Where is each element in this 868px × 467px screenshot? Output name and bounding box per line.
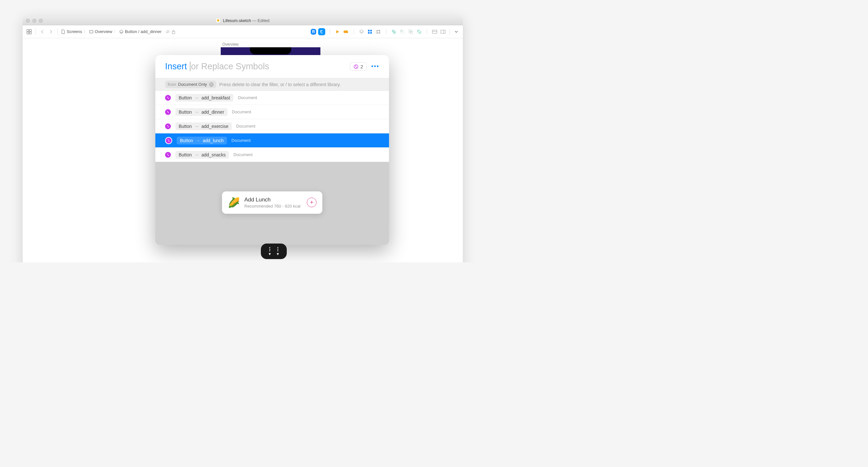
filter-bar: from Document Only ✕ Press delete to cle… bbox=[155, 78, 389, 91]
result-source: Document bbox=[234, 152, 252, 157]
view-list-icon[interactable] bbox=[431, 29, 438, 35]
result-source: Document bbox=[236, 124, 255, 128]
undo-icon[interactable] bbox=[318, 28, 325, 35]
play-icon[interactable] bbox=[334, 29, 341, 35]
svg-rect-4 bbox=[90, 30, 93, 33]
artboard-icon bbox=[89, 29, 94, 34]
dock-arrow-down-icon: ▼ bbox=[268, 247, 272, 256]
svg-rect-18 bbox=[402, 31, 404, 34]
result-group: Button bbox=[179, 124, 192, 129]
intersect-icon[interactable] bbox=[407, 29, 414, 35]
breadcrumb-item[interactable]: Button / add_dinner bbox=[125, 29, 161, 34]
corn-icon: 🌽 bbox=[228, 197, 240, 208]
page-icon bbox=[61, 29, 65, 34]
union-icon[interactable] bbox=[391, 29, 397, 35]
layers-icon[interactable] bbox=[358, 29, 365, 35]
artboard-tool-icon[interactable] bbox=[375, 29, 381, 35]
view-panels-icon[interactable] bbox=[440, 29, 446, 35]
preview-subtitle: Recommended 760 - 920 kcal bbox=[244, 204, 302, 209]
runner-r-icon[interactable]: R bbox=[311, 29, 316, 35]
phone-notch bbox=[250, 47, 291, 54]
dock-arrow-down-icon: ▼ bbox=[276, 247, 280, 256]
dock-pill[interactable]: ▼ ▼ bbox=[261, 243, 287, 259]
nav-forward-button[interactable] bbox=[48, 29, 54, 35]
result-row[interactable]: Button→add_breakfastDocument bbox=[155, 91, 389, 105]
filter-hint: Press delete to clear the filter, or / t… bbox=[219, 82, 341, 87]
svg-rect-3 bbox=[29, 32, 31, 34]
arrow-right-icon: → bbox=[194, 152, 199, 157]
count-value: 2 bbox=[361, 64, 363, 69]
result-row[interactable]: Button→add_exerciseDocument bbox=[155, 119, 389, 134]
app-window: Lifesum.sketch — Edited Screens 〉 Overvi… bbox=[23, 16, 463, 262]
svg-rect-8 bbox=[368, 32, 370, 34]
result-group: Button bbox=[179, 110, 192, 115]
result-path: Button→add_dinner bbox=[176, 108, 227, 116]
svg-rect-10 bbox=[377, 30, 380, 33]
result-source: Document bbox=[238, 95, 257, 100]
nav-back-button[interactable] bbox=[39, 29, 45, 35]
window-filename: Lifesum.sketch bbox=[223, 18, 251, 23]
svg-rect-9 bbox=[370, 32, 372, 34]
arrow-right-icon: → bbox=[194, 110, 199, 115]
preview-card: 🌽 Add Lunch Recommended 760 - 920 kcal + bbox=[222, 192, 322, 214]
result-source: Document bbox=[231, 138, 250, 143]
result-path: Button→add_snacks bbox=[176, 151, 229, 159]
breadcrumb-item[interactable]: Screens bbox=[67, 29, 82, 34]
insert-symbols-popup: Insert or Replace Symbols 2 ••• from Doc… bbox=[155, 55, 389, 245]
title-highlight: Insert bbox=[165, 61, 187, 71]
svg-rect-16 bbox=[393, 31, 396, 34]
result-name: add_dinner bbox=[201, 110, 224, 115]
result-path: Button→add_breakfast bbox=[176, 94, 234, 102]
svg-rect-0 bbox=[27, 29, 29, 31]
grid-view-icon[interactable] bbox=[26, 29, 32, 35]
preview-title: Add Lunch bbox=[244, 197, 302, 203]
difference-icon[interactable] bbox=[416, 29, 422, 35]
filter-from-label: from bbox=[168, 82, 176, 87]
svg-rect-24 bbox=[418, 31, 420, 32]
svg-rect-6 bbox=[368, 30, 370, 31]
arrow-right-icon: → bbox=[195, 138, 200, 143]
breadcrumb-item[interactable]: Overview bbox=[95, 29, 112, 34]
svg-rect-5 bbox=[172, 31, 175, 34]
result-row[interactable]: Button→add_dinnerDocument bbox=[155, 105, 389, 119]
result-list: Button→add_breakfastDocumentButton→add_d… bbox=[155, 91, 389, 162]
result-row[interactable]: Button→add_snacksDocument bbox=[155, 148, 389, 162]
symbol-instance-icon bbox=[165, 109, 171, 115]
canvas[interactable]: Overview Insert or Replace Symbols 2 ••• bbox=[23, 38, 463, 262]
result-group: Button bbox=[179, 152, 192, 157]
result-path: Button→add_lunch bbox=[177, 137, 227, 144]
popup-header: Insert or Replace Symbols 2 ••• bbox=[155, 55, 389, 78]
result-name: add_snacks bbox=[201, 152, 225, 157]
chevron-right-icon: 〉 bbox=[114, 29, 118, 35]
result-row[interactable]: Button→add_lunchDocument bbox=[155, 134, 389, 148]
result-name: add_breakfast bbox=[201, 95, 230, 100]
clear-filter-icon[interactable]: ✕ bbox=[209, 82, 214, 87]
result-group: Button bbox=[179, 95, 192, 100]
artboard-label[interactable]: Overview bbox=[222, 42, 239, 47]
result-source: Document bbox=[232, 110, 251, 114]
chevron-down-icon[interactable] bbox=[453, 29, 460, 35]
symbol-instance-icon bbox=[165, 123, 171, 129]
title-rest[interactable]: or Replace Symbols bbox=[190, 61, 269, 71]
symbol-icon bbox=[119, 29, 124, 34]
lock-icon[interactable] bbox=[171, 29, 176, 34]
apps-grid-icon[interactable] bbox=[367, 29, 373, 35]
result-name: add_lunch bbox=[203, 138, 224, 143]
add-button[interactable]: + bbox=[307, 198, 316, 207]
window-status: — Edited bbox=[252, 18, 269, 23]
selection-count-badge[interactable]: 2 bbox=[350, 62, 367, 70]
visibility-off-icon[interactable] bbox=[165, 29, 170, 34]
cloud-icon[interactable] bbox=[343, 29, 349, 35]
svg-rect-21 bbox=[410, 31, 411, 32]
more-options-button[interactable]: ••• bbox=[371, 63, 379, 70]
result-name: add_exercise bbox=[201, 124, 228, 129]
window-title: Lifesum.sketch — Edited bbox=[23, 18, 463, 23]
filter-chip[interactable]: from Document Only ✕ bbox=[165, 81, 216, 88]
result-path: Button→add_exercise bbox=[176, 122, 232, 130]
subtract-icon[interactable] bbox=[399, 29, 405, 35]
svg-rect-2 bbox=[27, 32, 29, 34]
svg-point-29 bbox=[354, 65, 358, 69]
titlebar: Lifesum.sketch — Edited bbox=[23, 16, 463, 25]
svg-rect-27 bbox=[441, 30, 445, 33]
symbol-instance-icon bbox=[165, 137, 172, 144]
